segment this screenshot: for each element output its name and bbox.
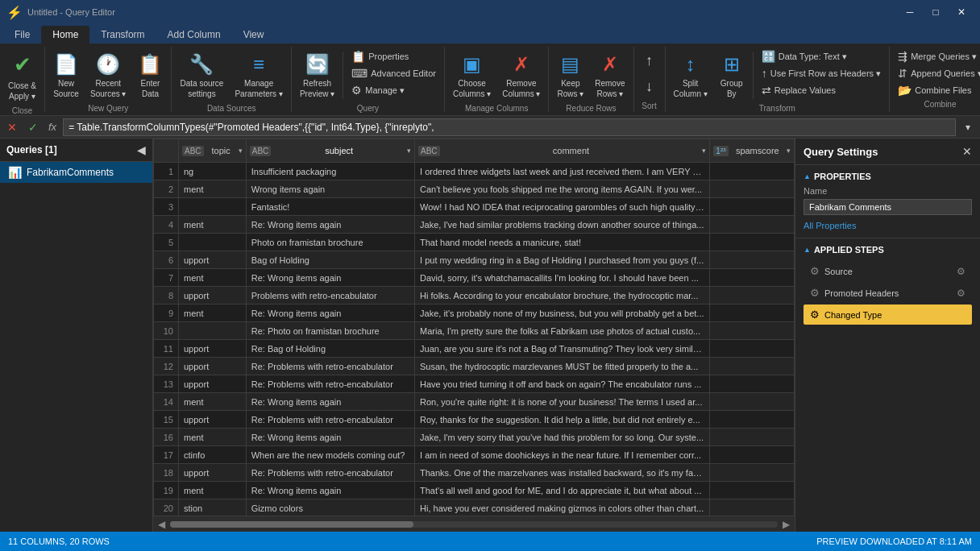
table-row[interactable]: 11upportRe: Bag of HoldingJuan, are you … [154,340,795,358]
properties-button[interactable]: 📋 Properties [347,48,441,64]
step-gear-button[interactable]: ⚙ [957,288,965,299]
step-item-changed-type[interactable]: ⚙Changed Type [804,304,972,325]
sort-descending-button[interactable]: ↓ [637,74,662,99]
col-dropdown-spamscore[interactable]: ▾ [787,147,791,155]
step-item-promoted-headers[interactable]: ⚙Promoted Headers⚙ [804,283,972,303]
formula-input[interactable] [63,118,956,136]
tab-file[interactable]: File [3,26,41,44]
col-dropdown-subject[interactable]: ▾ [407,147,411,155]
maximize-button[interactable]: □ [924,4,948,20]
refresh-preview-button[interactable]: 🔄 RefreshPreview ▾ [295,48,339,102]
tab-home[interactable]: Home [41,26,89,44]
col-header-subject[interactable]: ABC subject ▾ [246,139,414,163]
table-row[interactable]: 18upportRe: Problems with retro-encabula… [154,464,795,482]
combine-files-icon: 📂 [898,84,911,97]
choose-columns-button[interactable]: ▣ ChooseColumns ▾ [448,48,496,102]
close-apply-button[interactable]: ✔ Close &Apply ▾ [3,48,41,105]
row-number: 20 [154,499,179,516]
cell-comment: Jake, I'm very sorry that you've had thi… [415,429,710,446]
table-row[interactable]: 6upportBag of HoldingI put my wedding ri… [154,251,795,269]
use-first-row-button[interactable]: ↑ Use First Row as Headers ▾ [757,65,886,81]
col-header-spamscore[interactable]: 1²³ spamscore ▾ [710,139,795,163]
scroll-right-button[interactable]: ▶ [781,517,791,532]
step-item-source[interactable]: ⚙Source⚙ [804,261,972,281]
col-dropdown-topic[interactable]: ▾ [239,147,243,155]
split-column-button[interactable]: ↕ SplitColumn ▾ [669,48,712,102]
remove-rows-button[interactable]: ✗ RemoveRows ▾ [590,48,629,102]
manage-parameters-button[interactable]: ≡ ManageParameters ▾ [230,48,287,102]
cell-subject: Re: Wrong items again [246,269,414,287]
table-row[interactable]: 19mentRe: Wrong items againThat's all we… [154,482,795,499]
cell-subject: Re: Problems with retro-encabulator [246,411,414,429]
table-row[interactable]: 1ngInsufficient packagingI ordered three… [154,163,795,180]
right-panel-close-button[interactable]: ✕ [962,145,972,158]
sort-ascending-button[interactable]: ↑ [637,48,662,73]
scroll-thumb[interactable] [170,521,413,528]
close-button[interactable]: ✕ [949,4,974,20]
recent-sources-button[interactable]: 🕐 RecentSources ▾ [85,48,131,102]
advanced-editor-icon: ⌨ [351,67,368,80]
ribbon-group-close: ✔ Close &Apply ▾ Close [0,47,45,112]
advanced-editor-label: Advanced Editor [371,68,436,78]
sidebar: Queries [1] ◀ 📊 FabrikamComments [0,139,153,532]
table-row[interactable]: 9mentRe: Wrong items againJake, it's pro… [154,304,795,322]
remove-columns-button[interactable]: ✗ RemoveColumns ▾ [497,48,545,102]
table-row[interactable]: 7mentRe: Wrong items againDavid, sorry, … [154,269,795,287]
cell-topic: upport [179,287,247,304]
tab-transform[interactable]: Transform [89,26,156,44]
scroll-track[interactable] [170,521,778,528]
horizontal-scrollbar[interactable]: ◀ ▶ [153,516,795,532]
formula-expand-button[interactable]: ▾ [959,118,977,136]
sidebar-item-fabrikam-comments[interactable]: 📊 FabrikamComments [0,162,152,183]
table-row[interactable]: 15upportRe: Problems with retro-encabula… [154,411,795,429]
table-row[interactable]: 3Fantastic!Wow! I had NO IDEA that recip… [154,198,795,216]
advanced-editor-button[interactable]: ⌨ Advanced Editor [347,65,441,81]
manage-button[interactable]: ⚙ Manage ▾ [347,82,441,98]
scroll-left-button[interactable]: ◀ [156,517,167,532]
step-gear-button[interactable]: ⚙ [957,266,965,277]
new-source-button[interactable]: 📄 NewSource [48,48,84,102]
data-type-button[interactable]: 🔠 Data Type: Text ▾ [757,48,886,64]
enter-data-button[interactable]: 📋 EnterData [132,48,168,102]
table-row[interactable]: 5Photo on framistan brochureThat hand mo… [154,234,795,251]
table-row[interactable]: 4mentRe: Wrong items againJake, I've had… [154,216,795,234]
table-row[interactable]: 2mentWrong items againCan't believe you … [154,180,795,198]
table-row[interactable]: 20stionGizmo colorsHi, have you ever con… [154,499,795,516]
merge-queries-button[interactable]: ⇶ Merge Queries ▾ [893,48,980,64]
table-row[interactable]: 12upportRe: Problems with retro-encabula… [154,358,795,375]
table-row[interactable]: 8upportProblems with retro-encabulatorHi… [154,287,795,304]
cell-subject: Insufficient packaging [246,163,414,180]
cell-spamscore [710,340,795,358]
sort-desc-icon: ↓ [646,77,653,96]
replace-values-button[interactable]: ⇄ Replace Values [757,82,886,98]
manage-columns-group-label: Manage Columns [448,102,546,114]
data-source-settings-button[interactable]: 🔧 Data sourcesettings [175,48,228,102]
keep-rows-button[interactable]: ▤ KeepRows ▾ [552,48,588,102]
row-number: 14 [154,393,179,411]
tab-view[interactable]: View [232,26,276,44]
table-row[interactable]: 17ctinfoWhen are the new models coming o… [154,446,795,464]
group-by-button[interactable]: ⊞ GroupBy [714,48,750,102]
sidebar-collapse-button[interactable]: ◀ [137,143,146,156]
table-row[interactable]: 10Re: Photo on framistan brochureMaria, … [154,322,795,340]
cell-topic: ment [179,269,247,287]
formula-reject-button[interactable]: ✕ [3,118,21,136]
replace-values-icon: ⇄ [762,84,771,97]
cell-topic: ment [179,180,247,198]
name-input[interactable] [804,199,972,215]
table-row[interactable]: 14mentRe: Wrong items againRon, you're q… [154,393,795,411]
append-queries-button[interactable]: ⇵ Append Queries ▾ [893,65,980,81]
minimize-button[interactable]: ─ [898,4,922,20]
all-properties-link[interactable]: All Properties [804,221,856,230]
col-header-comment[interactable]: ABC comment ▾ [415,139,710,163]
keep-rows-icon: ▤ [561,52,579,77]
formula-accept-button[interactable]: ✓ [24,118,42,136]
cell-topic: upport [179,375,247,393]
grid-container[interactable]: ABC topic ▾ ABC subject ▾ [153,139,795,516]
tab-add-column[interactable]: Add Column [156,26,232,44]
table-row[interactable]: 13upportRe: Problems with retro-encabula… [154,375,795,393]
combine-files-button[interactable]: 📂 Combine Files [893,82,980,98]
col-header-topic[interactable]: ABC topic ▾ [179,139,247,163]
col-dropdown-comment[interactable]: ▾ [702,147,706,155]
table-row[interactable]: 16mentRe: Wrong items againJake, I'm ver… [154,429,795,446]
